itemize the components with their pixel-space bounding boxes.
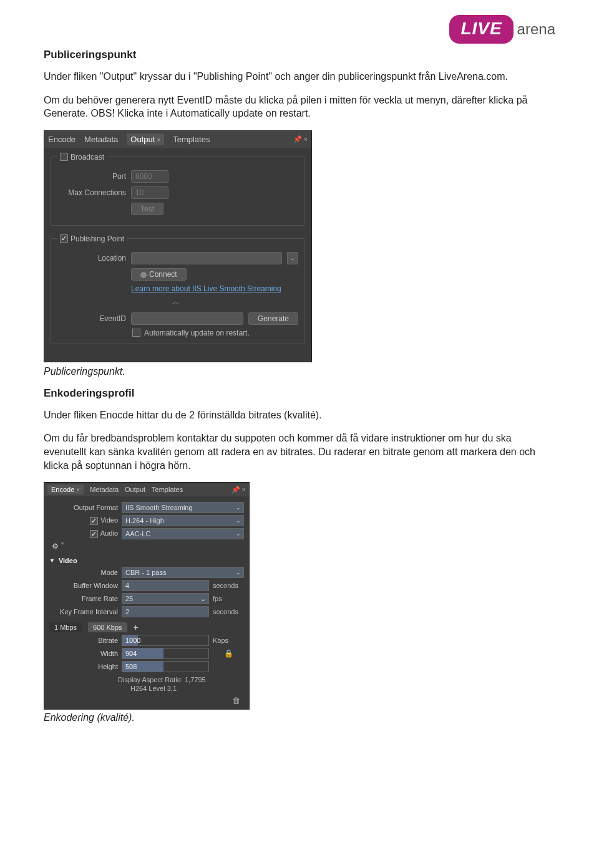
body-text: Om du får bredbandsproblem kontaktar du … [44, 432, 555, 472]
pin-icon[interactable]: 📌 × [231, 486, 246, 494]
eventid-label: EventID [57, 314, 126, 323]
framerate-value: 25 [125, 595, 133, 602]
chevron-down-icon: ⌄ [200, 595, 206, 603]
tab-label: Output [130, 135, 155, 144]
body-text: Om du behöver generera nytt EventID måst… [44, 94, 555, 120]
connect-label: Connect [149, 270, 177, 279]
body-text: Under fliken "Output" kryssar du i "Publ… [44, 70, 555, 84]
bitrate-value: 1000 [122, 637, 140, 644]
eventid-input[interactable] [131, 312, 243, 325]
logo-suffix: arena [517, 21, 555, 38]
tab-templates[interactable]: Templates [152, 486, 183, 493]
port-input[interactable]: 8080 [131, 170, 168, 183]
logo: LIVE arena [449, 15, 555, 44]
connect-button[interactable]: Connect [131, 268, 187, 281]
keyframe-label: Key Frame Interval [49, 608, 118, 615]
broadcast-legend: Broadcast [57, 153, 107, 162]
gear-icon[interactable]: ⚙ ˅ [52, 542, 244, 551]
audio-codec-select[interactable]: AAC-LC ⌄ [122, 528, 244, 539]
broadcast-checkbox[interactable] [60, 153, 68, 161]
broadcast-group: Broadcast Port 8080 Max Connections 10 T… [51, 153, 305, 226]
add-bitrate-icon[interactable]: + [134, 622, 139, 632]
video-codec-select[interactable]: H.264 - High ⌄ [122, 515, 244, 526]
auto-update-checkbox[interactable] [132, 329, 140, 337]
pubpoint-legend-label: Publishing Point [71, 234, 124, 243]
screenshot-output-panel: Encode Metadata Output× Templates 📌 × Br… [44, 130, 312, 362]
chevron-down-icon: ⌄ [236, 518, 241, 524]
section-heading-publiceringspunkt: Publiceringspunkt [44, 49, 555, 61]
tab-bar: Encode Metadata Output× Templates 📌 × [44, 131, 311, 148]
bitrate-unit: Kbps [213, 637, 244, 644]
chevron-down-icon: ⌄ [236, 569, 241, 576]
audio-checkbox[interactable] [90, 530, 98, 538]
outfmt-label: Output Format [49, 504, 118, 511]
broadcast-legend-label: Broadcast [71, 153, 104, 162]
generate-button[interactable]: Generate [248, 312, 298, 325]
buffer-label: Buffer Window [49, 582, 118, 589]
pin-icon[interactable]: 📌 × [293, 135, 308, 143]
publishing-point-group: Publishing Point Location ⌄ Connect Lear… [51, 234, 305, 344]
bitrate-input[interactable]: 1000 [122, 635, 209, 646]
audio-label: Audio [100, 529, 118, 537]
audio-codec-value: AAC-LC [125, 530, 150, 538]
pubpoint-legend: Publishing Point [57, 234, 127, 243]
width-input[interactable]: 904 [122, 648, 209, 659]
outfmt-select[interactable]: IIS Smooth Streaming ⌄ [122, 502, 244, 513]
buffer-unit: seconds [213, 582, 244, 589]
height-input[interactable]: 508 [122, 661, 209, 672]
video-section-header[interactable]: ▼ Video [49, 557, 244, 564]
chevron-down-icon: ⌄ [236, 504, 241, 511]
caption-enkodering: Enkodering (kvalité). [44, 712, 555, 723]
body-text: Under fliken Enocde hittar du de 2 förin… [44, 408, 555, 422]
triangle-down-icon: ▼ [49, 557, 55, 564]
framerate-input[interactable]: 25 ⌄ [122, 593, 209, 604]
buffer-input[interactable]: 4 [122, 580, 209, 591]
screenshot-encode-panel: Encode× Metadata Output Templates 📌 × Ou… [44, 482, 250, 710]
close-icon[interactable]: × [157, 137, 160, 143]
tab-metadata[interactable]: Metadata [84, 135, 118, 144]
tab-output[interactable]: Output× [127, 133, 164, 145]
keyframe-unit: seconds [213, 608, 244, 615]
width-value: 904 [122, 650, 137, 657]
location-input[interactable] [131, 252, 282, 264]
keyframe-input[interactable]: 2 [122, 606, 209, 617]
header-logo-row: LIVE arena [44, 15, 555, 44]
video-label: Video [100, 516, 118, 524]
bitrate-tab-1mbps[interactable]: 1 Mbps [49, 622, 82, 632]
bitrate-tabs: 1 Mbps 600 Kbps + [49, 622, 244, 632]
location-dropdown-icon[interactable]: ⌄ [287, 252, 298, 264]
framerate-unit: fps [213, 595, 244, 602]
learn-more-link[interactable]: Learn more about IIS Live Smooth Streami… [131, 284, 281, 293]
tab-bar: Encode× Metadata Output Templates 📌 × [44, 483, 249, 496]
video-header-label: Video [59, 557, 77, 564]
framerate-label: Frame Rate [49, 595, 118, 602]
outfmt-value: IIS Smooth Streaming [125, 504, 193, 511]
chevron-down-icon: ⌄ [236, 531, 241, 537]
bitrate-tab-600kbps[interactable]: 600 Kbps [88, 622, 127, 632]
mode-value: CBR - 1 pass [125, 569, 166, 576]
auto-update-label: Automatically update on restart. [144, 329, 250, 337]
tab-templates[interactable]: Templates [173, 135, 210, 144]
width-label: Width [49, 650, 118, 657]
mode-label: Mode [49, 569, 118, 576]
pubpoint-checkbox[interactable] [60, 234, 68, 243]
maxconn-input[interactable]: 10 [131, 186, 168, 199]
height-value: 508 [122, 663, 137, 670]
mode-select[interactable]: CBR - 1 pass ⌄ [122, 567, 244, 578]
trash-icon[interactable]: 🗑 [232, 696, 240, 705]
video-checkbox[interactable] [90, 517, 98, 525]
tab-encode[interactable]: Encode [48, 135, 75, 144]
section-heading-enkoderingsprofil: Enkoderingsprofil [44, 387, 555, 400]
close-icon[interactable]: × [76, 486, 80, 493]
status-dot-icon [140, 272, 147, 278]
aspect-ratio-text: Display Aspect Ratio: 1,7795 [118, 676, 244, 683]
test-button[interactable]: Test [131, 203, 163, 215]
tab-encode[interactable]: Encode× [47, 485, 84, 494]
video-codec-value: H.264 - High [125, 517, 164, 524]
tab-output[interactable]: Output [125, 486, 145, 493]
caption-publiceringspunkt: Publiceringspunkt. [44, 366, 555, 377]
location-label: Location [57, 254, 126, 263]
expander-chevron-icon[interactable]: ︿ [57, 297, 298, 307]
tab-metadata[interactable]: Metadata [90, 486, 119, 493]
lock-icon[interactable]: 🔒 [224, 649, 233, 658]
